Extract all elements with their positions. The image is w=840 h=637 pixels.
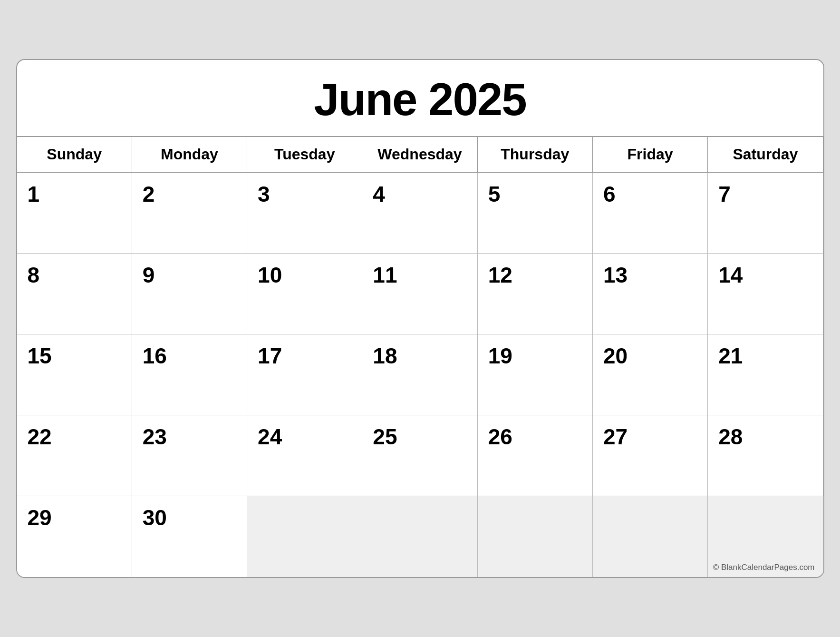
day-2: 2 xyxy=(132,173,247,254)
day-4: 4 xyxy=(362,173,477,254)
day-3: 3 xyxy=(247,173,362,254)
day-empty-3 xyxy=(478,496,593,577)
day-empty-1 xyxy=(247,496,362,577)
watermark: © BlankCalendarPages.com xyxy=(713,563,815,572)
calendar-grid: Sunday Monday Tuesday Wednesday Thursday… xyxy=(17,137,823,577)
header-monday: Monday xyxy=(132,137,247,173)
day-12: 12 xyxy=(478,254,593,334)
day-13: 13 xyxy=(593,254,708,334)
header-tuesday: Tuesday xyxy=(247,137,362,173)
header-sunday: Sunday xyxy=(17,137,132,173)
day-20: 20 xyxy=(593,334,708,415)
header-friday: Friday xyxy=(593,137,708,173)
header-wednesday: Wednesday xyxy=(362,137,477,173)
day-16: 16 xyxy=(132,334,247,415)
day-15: 15 xyxy=(17,334,132,415)
header-thursday: Thursday xyxy=(478,137,593,173)
day-5: 5 xyxy=(478,173,593,254)
day-8: 8 xyxy=(17,254,132,334)
day-empty-2 xyxy=(362,496,477,577)
day-27: 27 xyxy=(593,415,708,496)
calendar-title: June 2025 xyxy=(17,60,823,137)
day-22: 22 xyxy=(17,415,132,496)
day-30: 30 xyxy=(132,496,247,577)
day-empty-4 xyxy=(593,496,708,577)
day-9: 9 xyxy=(132,254,247,334)
day-26: 26 xyxy=(478,415,593,496)
day-11: 11 xyxy=(362,254,477,334)
day-1: 1 xyxy=(17,173,132,254)
calendar-container: June 2025 Sunday Monday Tuesday Wednesda… xyxy=(16,59,824,578)
day-23: 23 xyxy=(132,415,247,496)
day-6: 6 xyxy=(593,173,708,254)
day-18: 18 xyxy=(362,334,477,415)
day-19: 19 xyxy=(478,334,593,415)
day-28: 28 xyxy=(708,415,823,496)
day-25: 25 xyxy=(362,415,477,496)
header-saturday: Saturday xyxy=(708,137,823,173)
day-10: 10 xyxy=(247,254,362,334)
day-7: 7 xyxy=(708,173,823,254)
day-21: 21 xyxy=(708,334,823,415)
day-14: 14 xyxy=(708,254,823,334)
day-29: 29 xyxy=(17,496,132,577)
day-17: 17 xyxy=(247,334,362,415)
day-24: 24 xyxy=(247,415,362,496)
